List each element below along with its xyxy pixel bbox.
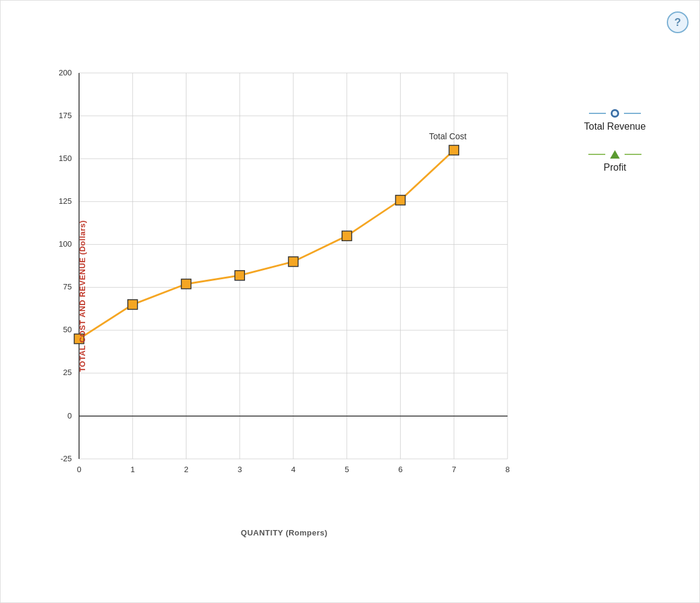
svg-text:150: 150 xyxy=(59,154,72,163)
svg-text:2: 2 xyxy=(184,465,188,474)
svg-text:7: 7 xyxy=(452,465,456,474)
legend-item-total-revenue: Total Revenue xyxy=(561,109,669,132)
profit-label: Profit xyxy=(603,162,626,173)
help-button[interactable]: ? xyxy=(667,11,689,33)
total-revenue-label: Total Revenue xyxy=(584,121,646,132)
svg-text:0: 0 xyxy=(68,411,72,420)
y-axis-label: TOTAL COST AND REVENUE (Dollars) xyxy=(78,220,87,372)
svg-text:6: 6 xyxy=(398,465,402,474)
rev-line-left xyxy=(589,113,606,114)
svg-text:1: 1 xyxy=(130,465,135,474)
svg-text:75: 75 xyxy=(63,282,72,291)
x-axis-label: QUANTITY (Rompers) xyxy=(241,528,328,537)
svg-rect-43 xyxy=(235,271,244,280)
profit-triangle xyxy=(610,150,620,159)
svg-text:125: 125 xyxy=(59,197,72,206)
rev-dot xyxy=(611,109,619,118)
profit-line-right xyxy=(625,154,641,155)
chart-svg: 200 175 150 125 100 75 50 25 0 -25 0 1 2… xyxy=(37,49,532,543)
svg-text:8: 8 xyxy=(505,465,509,474)
profit-line-left xyxy=(588,154,605,155)
svg-text:Total Cost: Total Cost xyxy=(429,131,466,141)
svg-text:4: 4 xyxy=(291,465,295,474)
svg-text:175: 175 xyxy=(59,111,72,120)
total-revenue-icon xyxy=(589,109,641,118)
svg-text:3: 3 xyxy=(238,465,242,474)
profit-icon xyxy=(588,150,641,159)
legend-item-profit: Profit xyxy=(561,150,669,173)
rev-line-right xyxy=(624,113,641,114)
svg-rect-46 xyxy=(396,195,406,205)
svg-rect-45 xyxy=(342,231,352,241)
svg-rect-42 xyxy=(182,279,191,289)
svg-rect-47 xyxy=(449,145,459,155)
svg-rect-44 xyxy=(288,257,298,267)
svg-text:100: 100 xyxy=(59,239,72,248)
svg-text:0: 0 xyxy=(77,465,81,474)
main-container: ? TOTAL COST AND REVENUE (Dollars) xyxy=(0,0,700,603)
svg-text:5: 5 xyxy=(345,465,349,474)
svg-text:200: 200 xyxy=(59,68,72,77)
svg-rect-41 xyxy=(128,300,138,309)
chart-wrapper: TOTAL COST AND REVENUE (Dollars) xyxy=(37,49,532,543)
svg-text:50: 50 xyxy=(63,325,72,334)
svg-text:25: 25 xyxy=(63,368,72,377)
svg-text:-25: -25 xyxy=(60,454,72,463)
legend: Total Revenue Profit xyxy=(561,109,669,173)
